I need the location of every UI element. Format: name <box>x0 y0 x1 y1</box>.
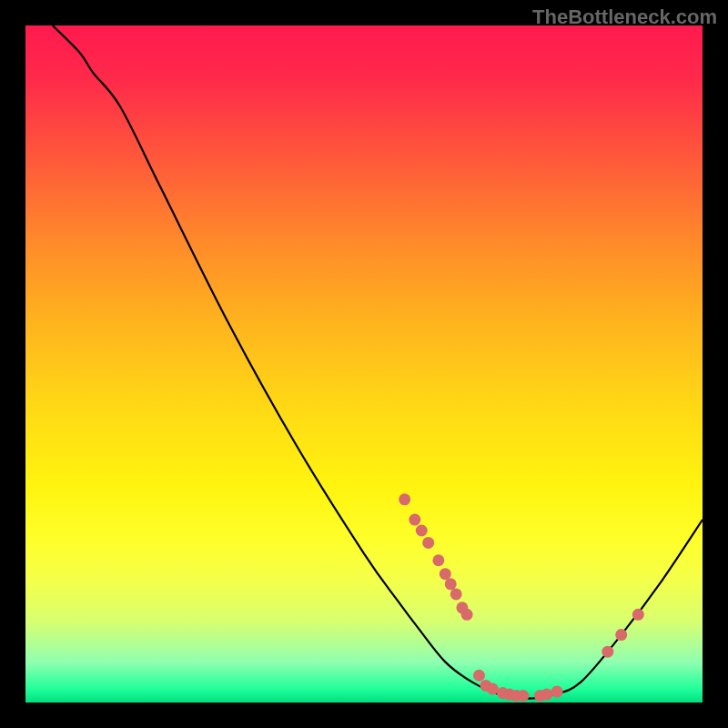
chart-marker <box>422 537 434 549</box>
chart-marker <box>399 493 410 505</box>
chart-marker <box>487 683 499 695</box>
chart-marker <box>517 690 529 702</box>
chart-marker <box>409 514 420 526</box>
chart-markers <box>399 493 644 702</box>
chart-marker <box>551 686 563 698</box>
chart-marker <box>432 554 444 566</box>
chart-marker <box>445 578 457 590</box>
chart-curve <box>53 25 703 699</box>
chart-marker <box>416 525 428 537</box>
chart-marker <box>602 646 613 658</box>
watermark-text: TheBottleneck.com <box>532 5 717 29</box>
chart-marker <box>450 588 462 600</box>
chart-marker <box>440 568 451 580</box>
chart-marker <box>615 629 627 641</box>
chart-svg <box>25 25 703 703</box>
chart-marker <box>461 609 473 621</box>
chart-marker <box>541 689 552 701</box>
chart-marker <box>632 609 644 621</box>
chart-plot-area <box>25 25 703 703</box>
chart-marker <box>473 670 485 682</box>
